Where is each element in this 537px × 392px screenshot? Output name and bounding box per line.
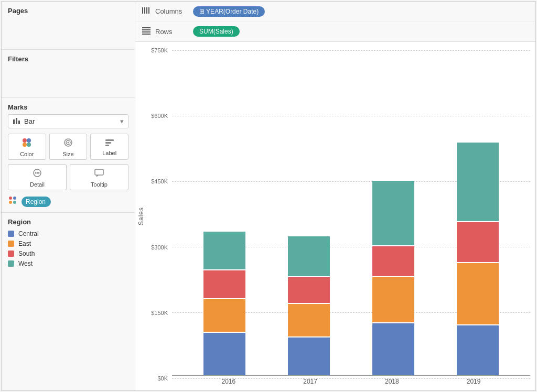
bar-segment-2019-central — [457, 324, 499, 375]
bar-chart-icon — [13, 117, 21, 126]
bar-segment-2018-south — [372, 245, 414, 277]
svg-rect-26 — [148, 7, 149, 14]
marks-label-card[interactable]: Label — [90, 134, 128, 160]
stacked-bar-2017 — [288, 235, 330, 375]
detail-icon — [32, 168, 42, 180]
size-card-label: Size — [62, 151, 73, 157]
svg-rect-27 — [142, 27, 151, 28]
rows-label: Rows — [155, 28, 187, 36]
legend-color-west — [8, 260, 14, 267]
bar-segment-2017-south — [288, 276, 330, 303]
bar-segment-2017-central — [288, 336, 330, 375]
chevron-down-icon: ▾ — [120, 117, 124, 125]
y-tick-4: $150K — [149, 310, 172, 316]
marks-type-label: Bar — [24, 117, 120, 125]
bar-segment-2018-east — [372, 276, 414, 322]
bar-segment-2016-central — [203, 332, 245, 375]
shelf-area: Columns ⊞ YEAR(Order Date) Rows SUM(Sale… — [135, 2, 535, 42]
chart-inner: $750K $600K $450K $300K $150K $0K 201620… — [147, 47, 530, 385]
pages-title: Pages — [8, 7, 128, 15]
color-dots-icon — [22, 137, 32, 150]
filters-content — [8, 66, 128, 92]
pages-section: Pages — [2, 2, 135, 50]
legend-title: Region — [8, 218, 128, 226]
legend-color-central — [8, 231, 14, 237]
bar-segment-2016-west — [203, 231, 245, 269]
svg-rect-25 — [146, 7, 147, 14]
marks-size-card[interactable]: Size — [49, 134, 88, 160]
marks-tooltip-card[interactable]: Tooltip — [70, 164, 128, 190]
bar-group-2019[interactable] — [435, 141, 520, 375]
marks-cards-row2: Detail Tooltip — [8, 164, 128, 190]
bars-wrapper — [172, 47, 530, 375]
legend-item-west: West — [8, 260, 128, 267]
marks-title: Marks — [8, 103, 128, 111]
right-panel: Columns ⊞ YEAR(Order Date) Rows SUM(Sale… — [135, 2, 535, 390]
x-label-2017: 2017 — [270, 378, 351, 385]
pages-content — [8, 18, 128, 44]
size-icon — [63, 137, 73, 150]
detail-card-label: Detail — [30, 181, 45, 188]
chart-area: Sales $750K $600K $450K $300K $150K $0K … — [135, 42, 535, 390]
x-label-2019: 2019 — [433, 378, 514, 385]
rows-pill-label: SUM(Sales) — [199, 28, 233, 35]
svg-point-3 — [23, 138, 27, 143]
x-label-2018: 2018 — [351, 378, 433, 385]
columns-pill[interactable]: ⊞ YEAR(Order Date) — [193, 6, 265, 17]
legend-item-east: East — [8, 240, 128, 247]
bar-group-2017[interactable] — [267, 235, 351, 375]
bar-group-2018[interactable] — [351, 180, 436, 375]
bar-group-2016[interactable] — [182, 231, 267, 375]
y-tick-1: $600K — [149, 113, 172, 119]
svg-point-21 — [9, 201, 12, 204]
svg-point-14 — [35, 172, 37, 174]
y-tick-5: $0K — [149, 375, 172, 382]
y-tick-0: $750K — [149, 47, 172, 53]
legend-label-east: East — [18, 240, 31, 247]
chart-plot: $750K $600K $450K $300K $150K $0K — [149, 47, 530, 375]
x-label-2016: 2016 — [188, 378, 270, 385]
x-axis-line — [172, 375, 530, 376]
region-pill-label: Region — [26, 198, 46, 205]
color-card-label: Color — [20, 151, 34, 157]
region-pill[interactable]: Region — [22, 197, 51, 207]
bar-segment-2018-central — [372, 322, 414, 375]
svg-rect-10 — [105, 139, 114, 141]
label-card-label: Label — [102, 150, 116, 156]
marks-detail-card[interactable]: Detail — [8, 164, 67, 190]
marks-color-card[interactable]: Color — [8, 134, 46, 160]
y-tick-2: $450K — [149, 178, 172, 184]
y-axis-label: Sales — [135, 47, 147, 385]
bar-segment-2019-south — [457, 221, 499, 262]
svg-point-16 — [38, 172, 40, 174]
bar-segment-2019-west — [457, 141, 499, 221]
svg-point-19 — [9, 197, 12, 200]
y-tick-3: $300K — [149, 244, 172, 251]
label-icon — [104, 137, 115, 149]
svg-point-15 — [37, 172, 38, 174]
svg-rect-30 — [142, 34, 151, 35]
rows-pill[interactable]: SUM(Sales) — [193, 26, 240, 37]
legend-item-south: South — [8, 250, 128, 257]
marks-type-dropdown[interactable]: Bar ▾ — [8, 114, 128, 128]
svg-rect-24 — [144, 7, 145, 14]
rows-shelf-row: Rows SUM(Sales) — [135, 21, 535, 41]
legend-list: Central East South West — [8, 230, 128, 267]
svg-marker-18 — [96, 175, 99, 177]
region-dots-icon — [8, 195, 17, 206]
svg-point-4 — [27, 138, 31, 143]
legend-label-south: South — [18, 250, 35, 257]
svg-rect-0 — [13, 119, 15, 124]
svg-rect-1 — [16, 118, 17, 124]
columns-shelf-row: Columns ⊞ YEAR(Order Date) — [135, 2, 535, 21]
legend-color-east — [8, 241, 14, 247]
svg-rect-23 — [142, 7, 143, 14]
stacked-bar-2016 — [203, 231, 245, 375]
svg-point-20 — [13, 197, 16, 200]
legend-label-central: Central — [18, 230, 39, 237]
bar-segment-2017-east — [288, 303, 330, 336]
filters-section: Filters — [2, 50, 135, 98]
svg-rect-11 — [105, 142, 111, 144]
svg-rect-12 — [105, 145, 109, 146]
bar-segment-2016-south — [203, 269, 245, 298]
